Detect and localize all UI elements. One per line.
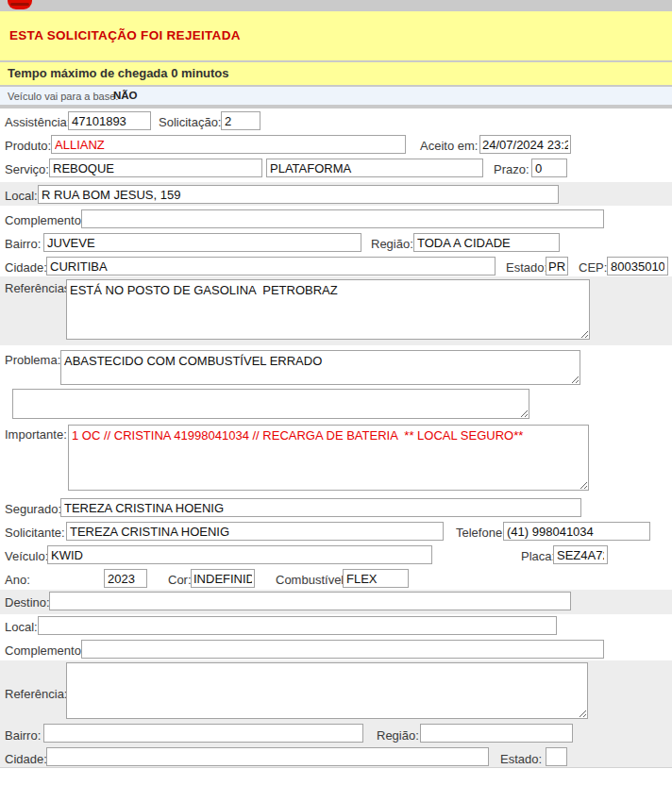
- telefone-input[interactable]: [503, 522, 650, 541]
- destino-local-label: Local:: [5, 620, 38, 634]
- complemento-label: Complemento:: [5, 213, 85, 227]
- ano-input[interactable]: [104, 569, 147, 588]
- placa-input[interactable]: [553, 545, 608, 564]
- destino-estado-input[interactable]: [546, 747, 567, 766]
- complemento-input[interactable]: [81, 209, 604, 228]
- combustivel-label: Combustível:: [276, 573, 347, 587]
- assistencia-input[interactable]: [68, 111, 151, 130]
- veiculo-label: Veículo:: [5, 549, 48, 563]
- cidade-label: Cidade:: [5, 260, 47, 275]
- rejected-alert-text: ESTA SOLICITAÇÃO FOI REJEITADA: [9, 28, 241, 42]
- solicitacao-input[interactable]: [221, 111, 260, 130]
- estado-input[interactable]: [546, 257, 568, 276]
- top-bar: [0, 0, 672, 11]
- bairro-input[interactable]: [43, 233, 361, 252]
- produto-input[interactable]: [51, 135, 406, 154]
- extra-notes-textarea[interactable]: [12, 389, 529, 419]
- servico-tipo-input[interactable]: [266, 159, 483, 177]
- destino-bairro-label: Bairro:: [5, 728, 41, 743]
- destino-regiao-input[interactable]: [420, 724, 573, 743]
- cidade-input[interactable]: [46, 257, 496, 276]
- assistencia-label: Assistência:: [5, 115, 70, 129]
- referencias-label: Referências:: [5, 281, 74, 295]
- request-detail-page: ESTA SOLICITAÇÃO FOI REJEITADA Tempo máx…: [0, 0, 672, 802]
- close-button-glyph: [10, 3, 29, 6]
- local-label: Local:: [5, 189, 38, 203]
- problema-textarea[interactable]: ABASTECIDO COM COMBUSTÍVEL ERRADO: [60, 350, 580, 385]
- prazo-input[interactable]: [531, 159, 567, 177]
- aceito-em-input[interactable]: [479, 135, 571, 154]
- destino-complemento-label: Complemento:: [5, 643, 85, 658]
- importante-label: Importante:: [5, 427, 67, 442]
- destino-label: Destino:: [5, 595, 50, 610]
- solicitacao-label: Solicitação:: [159, 115, 221, 129]
- cor-input[interactable]: [191, 569, 255, 588]
- produto-label: Produto:: [5, 139, 51, 153]
- telefone-label: Telefone:: [456, 526, 506, 540]
- local-input[interactable]: [38, 185, 559, 204]
- destino-cidade-label: Cidade:: [5, 752, 47, 766]
- destino-referencia-textarea[interactable]: [66, 662, 588, 719]
- segurado-input[interactable]: [60, 498, 581, 517]
- veiculo-input[interactable]: [47, 545, 432, 564]
- max-arrival-time-text: Tempo máximo de chegada 0 minutos: [8, 66, 229, 80]
- importante-textarea[interactable]: 1 OC // CRISTINA 41998041034 // RECARGA …: [68, 425, 589, 491]
- estado-label: Estado:: [506, 260, 547, 275]
- regiao-input[interactable]: [413, 233, 560, 252]
- vehicle-to-base-value: NÃO: [113, 90, 138, 101]
- destino-cidade-input[interactable]: [46, 747, 489, 766]
- combustivel-input[interactable]: [343, 569, 409, 588]
- destino-referencia-label: Referência:: [5, 687, 67, 701]
- destino-bairro-input[interactable]: [43, 724, 363, 743]
- servico-label: Serviço:: [5, 162, 49, 176]
- prazo-label: Prazo:: [494, 162, 529, 176]
- destino-regiao-label: Região:: [377, 728, 419, 743]
- destino-input[interactable]: [49, 592, 571, 610]
- ano-label: Ano:: [5, 573, 30, 587]
- regiao-label: Região:: [371, 237, 413, 251]
- destino-local-input[interactable]: [38, 616, 557, 635]
- aceito-em-label: Aceito em:: [420, 139, 478, 153]
- section-divider: [0, 105, 672, 109]
- solicitante-label: Solicitante:: [5, 526, 65, 540]
- vehicle-to-base-label: Veículo vai para a base:: [8, 91, 118, 102]
- placa-label: Placa:: [521, 549, 555, 563]
- problema-label: Problema:: [5, 353, 60, 367]
- servico-input[interactable]: [49, 159, 262, 177]
- cep-input[interactable]: [607, 257, 668, 276]
- segurado-label: Segurado:: [5, 502, 61, 516]
- solicitante-input[interactable]: [66, 522, 444, 541]
- cep-label: CEP:: [579, 260, 607, 275]
- destino-estado-label: Estado:: [500, 752, 542, 766]
- referencias-textarea[interactable]: ESTÁ NO POSTO DE GASOLINA PETROBRAZ: [66, 279, 590, 340]
- cor-label: Cor:: [168, 573, 192, 587]
- bairro-label: Bairro:: [5, 237, 41, 251]
- destino-complemento-input[interactable]: [81, 640, 604, 659]
